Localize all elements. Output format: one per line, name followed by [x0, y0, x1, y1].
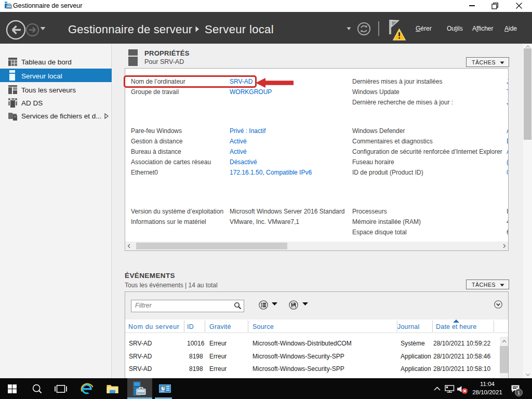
svg-text:1: 1	[517, 390, 520, 395]
